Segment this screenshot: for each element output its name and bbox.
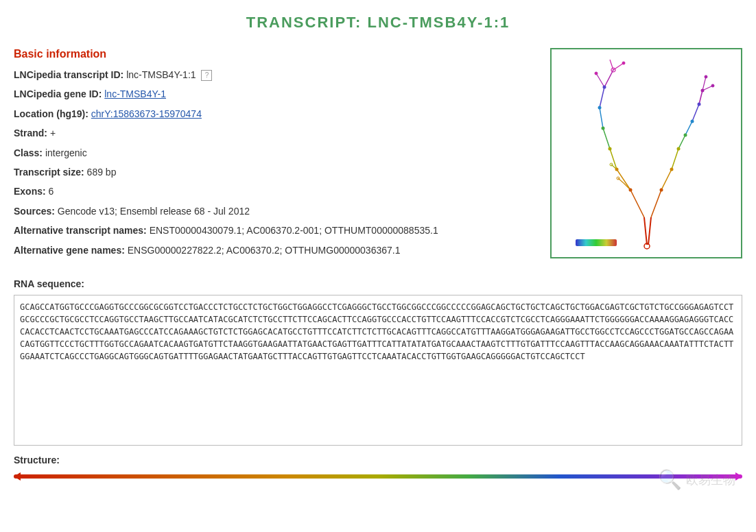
alt-gene-row: Alternative gene names: ENSG00000227822.…: [14, 243, 536, 258]
sources-label: Sources:: [14, 206, 55, 217]
svg-point-45: [701, 89, 705, 93]
location-row: Location (hg19): chrY:15863673-15970474: [14, 106, 536, 121]
svg-point-46: [595, 72, 598, 75]
transcript-size-label: Transcript size:: [14, 167, 84, 178]
alt-gene-label: Alternative gene names:: [14, 245, 125, 256]
bottom-section: Structure:: [14, 455, 742, 483]
svg-point-41: [677, 147, 681, 151]
svg-line-0: [644, 217, 647, 245]
svg-point-49: [711, 84, 714, 87]
strand-label: Strand:: [14, 128, 47, 138]
svg-line-16: [596, 73, 604, 87]
svg-line-2: [630, 190, 644, 217]
rna-section: RNA sequence:: [14, 278, 742, 448]
svg-line-6: [600, 108, 603, 128]
svg-point-38: [603, 86, 606, 89]
svg-line-9: [651, 190, 661, 217]
transcript-size-row: Transcript size: 689 bp: [14, 165, 536, 180]
location-label: Location (hg19):: [14, 108, 88, 119]
svg-point-33: [629, 189, 633, 192]
strand-row: Strand: +: [14, 125, 536, 141]
transcript-id-label: LNCipedia transcript ID:: [14, 69, 123, 80]
structure-bar: [14, 474, 742, 479]
svg-point-39: [660, 189, 663, 192]
gene-id-row: LNCipedia gene ID: lnc-TMSB4Y-1: [14, 86, 536, 101]
info-section: Basic information LNCipedia transcript I…: [14, 48, 536, 262]
sources-value: Gencode v13; Ensembl release 68 - Jul 20…: [58, 206, 250, 217]
svg-line-8: [604, 70, 613, 87]
alt-transcript-row: Alternative transcript names: ENST000004…: [14, 223, 536, 238]
exons-value: 6: [49, 186, 54, 197]
watermark: 🔍 欧易生物: [658, 468, 735, 491]
alt-gene-value: ENSG00000227822.2; AC006370.2; OTTHUMG00…: [128, 245, 401, 256]
svg-line-12: [678, 135, 685, 149]
svg-point-44: [698, 103, 701, 106]
class-value: intergenic: [45, 147, 87, 158]
alt-transcript-label: Alternative transcript names:: [14, 225, 147, 236]
structure-bar-right-arrow: [735, 472, 742, 481]
svg-line-1: [648, 217, 651, 245]
alt-transcript-value: ENST00000430079.1; AC006370.2-001; OTTHU…: [150, 225, 438, 236]
strand-value: +: [50, 128, 56, 138]
svg-line-5: [603, 128, 610, 149]
rna-label: RNA sequence:: [14, 278, 742, 289]
structure-bar-container: [14, 470, 742, 483]
svg-point-43: [691, 120, 694, 123]
page-container: TRANSCRIPT: LNC-TMSB4Y-1:1 Basic informa…: [0, 0, 756, 532]
class-label: Class:: [14, 147, 43, 158]
svg-line-7: [600, 87, 604, 108]
svg-point-37: [598, 106, 602, 110]
main-content: Basic information LNCipedia transcript I…: [14, 48, 742, 262]
gene-id-value[interactable]: lnc-TMSB4Y-1: [104, 88, 166, 99]
structure-label: Structure:: [14, 455, 742, 466]
svg-point-47: [622, 62, 625, 64]
structure-image-container: [550, 48, 742, 258]
rna-structure-svg: [555, 53, 739, 252]
rna-sequence-textarea[interactable]: [14, 295, 742, 446]
exons-row: Exons: 6: [14, 184, 536, 199]
transcript-id-value: lnc-TMSB4Y-1:1: [126, 69, 196, 80]
svg-line-10: [661, 169, 672, 190]
svg-point-35: [609, 147, 612, 151]
svg-rect-32: [576, 239, 617, 246]
exons-label: Exons:: [14, 186, 46, 197]
class-row: Class: intergenic: [14, 145, 536, 160]
svg-line-19: [702, 77, 706, 90]
transcript-size-value: 689 bp: [87, 167, 117, 178]
location-value[interactable]: chrY:15863673-15970474: [91, 108, 202, 119]
svg-point-48: [705, 75, 707, 78]
watermark-text: 欧易生物: [686, 472, 735, 488]
transcript-id-row: LNCipedia transcript ID: lnc-TMSB4Y-1:1 …: [14, 67, 536, 82]
svg-line-14: [692, 104, 699, 121]
gene-id-label: LNCipedia gene ID:: [14, 88, 102, 99]
watermark-icon: 🔍: [658, 468, 682, 491]
svg-point-40: [670, 168, 674, 171]
svg-line-13: [685, 121, 692, 135]
section-title: Basic information: [14, 48, 536, 60]
svg-line-15: [699, 90, 702, 104]
help-icon[interactable]: ?: [201, 70, 212, 81]
svg-point-34: [615, 168, 619, 171]
svg-line-11: [672, 149, 678, 169]
svg-point-42: [684, 134, 687, 137]
svg-point-36: [602, 127, 605, 130]
sources-row: Sources: Gencode v13; Ensembl release 68…: [14, 204, 536, 219]
page-title: TRANSCRIPT: LNC-TMSB4Y-1:1: [14, 14, 742, 32]
